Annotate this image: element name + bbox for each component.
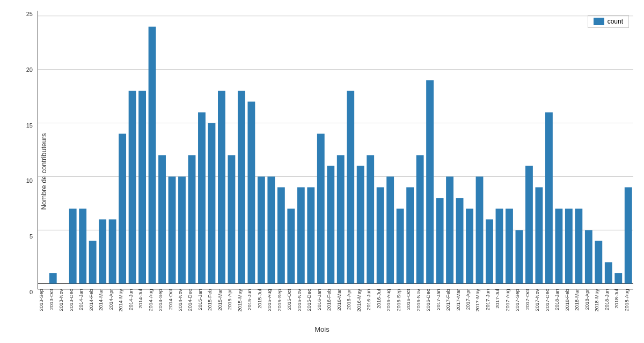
svg-rect-29	[267, 176, 275, 284]
svg-text:2017-Jan: 2017-Jan	[435, 289, 441, 310]
svg-text:2013-Nov: 2013-Nov	[58, 289, 64, 311]
svg-rect-50	[476, 176, 484, 284]
svg-rect-61	[585, 230, 592, 284]
svg-rect-42	[397, 208, 404, 284]
svg-text:2015-Jul: 2015-Jul	[257, 289, 262, 308]
svg-text:2016-Jun: 2016-Jun	[365, 289, 371, 310]
svg-rect-20	[178, 176, 186, 284]
svg-rect-52	[496, 208, 503, 284]
svg-rect-58	[555, 208, 562, 284]
svg-text:2015-Nov: 2015-Nov	[296, 289, 302, 311]
svg-text:2017-Feb: 2017-Feb	[445, 289, 451, 311]
svg-text:2014-Jan: 2014-Jan	[78, 289, 84, 310]
svg-rect-64	[614, 273, 622, 284]
x-axis-label: Mois	[314, 325, 329, 333]
svg-rect-56	[535, 187, 543, 284]
svg-text:2016-Apr: 2016-Apr	[346, 289, 352, 310]
svg-text:2015-Sep: 2015-Sep	[276, 289, 282, 311]
svg-text:2016-May: 2016-May	[356, 289, 362, 311]
svg-text:2016-Aug: 2016-Aug	[385, 289, 391, 311]
svg-text:2017-Nov: 2017-Nov	[534, 289, 540, 311]
svg-text:2015-Jun: 2015-Jun	[246, 289, 252, 310]
y-tick-label: 25	[26, 11, 36, 17]
svg-rect-34	[317, 134, 325, 284]
svg-rect-53	[506, 208, 513, 284]
svg-rect-55	[525, 166, 533, 284]
svg-text:2017-Mar: 2017-Mar	[455, 289, 461, 311]
svg-rect-9	[69, 208, 77, 284]
svg-rect-12	[99, 219, 106, 284]
svg-text:2016-Nov: 2016-Nov	[415, 289, 421, 311]
svg-rect-36	[337, 155, 345, 284]
svg-rect-18	[158, 155, 166, 284]
svg-rect-28	[258, 176, 265, 284]
svg-text:2017-Jun: 2017-Jun	[485, 289, 491, 310]
svg-rect-38	[357, 166, 364, 284]
svg-text:2016-Feb: 2016-Feb	[326, 289, 332, 311]
svg-rect-10	[79, 208, 86, 284]
svg-text:2018-Aug: 2018-Aug	[624, 289, 630, 311]
svg-rect-13	[109, 219, 116, 284]
svg-text:2018-Jun: 2018-Jun	[604, 289, 610, 310]
svg-text:2014-Nov: 2014-Nov	[177, 289, 183, 311]
svg-rect-65	[625, 187, 632, 284]
svg-rect-45	[426, 80, 434, 284]
svg-rect-47	[446, 176, 453, 284]
svg-text:2014-May: 2014-May	[118, 289, 123, 311]
svg-rect-54	[516, 230, 523, 284]
svg-rect-27	[247, 102, 255, 284]
svg-text:2015-Mar: 2015-Mar	[217, 289, 223, 311]
svg-text:2017-Jul: 2017-Jul	[494, 289, 500, 308]
svg-rect-48	[456, 198, 464, 284]
y-tick-label: 15	[26, 122, 36, 129]
y-tick-label: 0	[30, 289, 36, 295]
svg-text:2018-Jul: 2018-Jul	[613, 289, 619, 308]
svg-rect-15	[129, 91, 136, 284]
svg-rect-19	[169, 176, 176, 284]
chart-svg: 2013-Sep2013-Oct2013-Nov2013-Dec2014-Jan…	[38, 11, 633, 289]
chart-container: Nombre de contributeurs count 2013-Sep20…	[0, 0, 644, 343]
svg-rect-35	[327, 166, 334, 284]
svg-rect-43	[406, 187, 414, 284]
svg-text:2014-Mar: 2014-Mar	[98, 289, 104, 311]
svg-text:2016-Jul: 2016-Jul	[376, 289, 382, 308]
svg-rect-46	[436, 198, 444, 284]
svg-text:2014-Oct: 2014-Oct	[167, 289, 173, 310]
svg-text:2017-Apr: 2017-Apr	[465, 289, 471, 310]
svg-text:2015-Dec: 2015-Dec	[306, 289, 312, 311]
svg-rect-25	[228, 155, 235, 284]
svg-rect-14	[119, 134, 126, 284]
svg-text:2017-Sep: 2017-Sep	[514, 289, 520, 311]
svg-text:2015-Jan: 2015-Jan	[197, 289, 203, 310]
svg-text:2017-May: 2017-May	[475, 289, 481, 311]
svg-rect-62	[595, 241, 602, 284]
svg-text:2014-Feb: 2014-Feb	[88, 289, 94, 311]
svg-text:2018-Jan: 2018-Jan	[554, 289, 560, 310]
svg-text:2018-Apr: 2018-Apr	[584, 289, 590, 310]
svg-rect-60	[575, 208, 582, 284]
svg-rect-33	[307, 187, 314, 284]
svg-text:2014-Sep: 2014-Sep	[157, 289, 163, 311]
y-tick-label: 20	[26, 66, 36, 73]
svg-rect-51	[486, 219, 493, 284]
svg-rect-39	[367, 155, 374, 284]
svg-rect-40	[377, 187, 384, 284]
svg-rect-11	[89, 241, 97, 284]
svg-text:2015-Oct: 2015-Oct	[286, 289, 292, 310]
svg-rect-7	[49, 273, 57, 284]
svg-rect-37	[347, 91, 354, 284]
svg-text:2016-Dec: 2016-Dec	[425, 289, 431, 311]
svg-text:2015-May: 2015-May	[237, 289, 243, 311]
svg-rect-44	[416, 155, 424, 284]
chart-area: count 2013-Sep2013-Oct2013-Nov2013-Dec20…	[38, 11, 633, 289]
svg-text:2016-Sep: 2016-Sep	[396, 289, 401, 311]
svg-text:2018-May: 2018-May	[594, 289, 599, 311]
svg-text:2013-Sep: 2013-Sep	[38, 289, 44, 311]
svg-text:2015-Apr: 2015-Apr	[226, 289, 232, 310]
svg-rect-17	[149, 27, 156, 284]
svg-rect-49	[466, 208, 473, 284]
svg-text:2015-Feb: 2015-Feb	[207, 289, 213, 311]
svg-text:2015-Aug: 2015-Aug	[266, 289, 272, 311]
svg-rect-32	[297, 187, 305, 284]
svg-text:2018-Mar: 2018-Mar	[574, 289, 580, 311]
